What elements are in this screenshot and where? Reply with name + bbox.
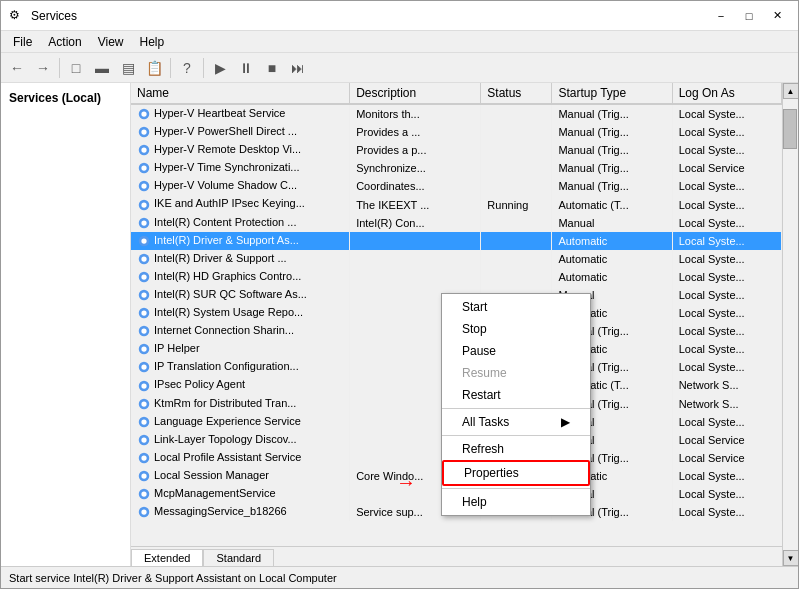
status-bar: Start service Intel(R) Driver & Support …: [1, 566, 798, 588]
cell-desc: [350, 268, 481, 286]
cell-status: [481, 105, 552, 123]
left-panel: Services (Local): [1, 83, 131, 566]
svg-point-1: [141, 111, 146, 116]
cell-logon: Local Syste...: [672, 467, 781, 485]
table-row[interactable]: Intel(R) HD Graphics Contro... Automatic…: [131, 268, 782, 286]
table-row[interactable]: Intel(R) Driver & Support ... Automatic …: [131, 250, 782, 268]
scrollbar[interactable]: ▲ ▼: [782, 83, 798, 566]
context-properties[interactable]: Properties: [442, 460, 590, 486]
header-startup[interactable]: Startup Type: [552, 83, 672, 104]
maximize-button[interactable]: □: [736, 5, 762, 27]
context-pause[interactable]: Pause: [442, 340, 590, 362]
table-row[interactable]: IKE and AuthIP IPsec Keying... The IKEEX…: [131, 195, 782, 213]
help-button[interactable]: ?: [175, 56, 199, 80]
window-controls: − □ ✕: [708, 5, 790, 27]
table-row[interactable]: Hyper-V Heartbeat Service Monitors th...…: [131, 105, 782, 123]
cell-name: Hyper-V Time Synchronizati...: [131, 159, 350, 177]
context-help[interactable]: Help: [442, 491, 590, 513]
table-row[interactable]: Intel(R) Driver & Support As... Automati…: [131, 232, 782, 250]
context-start[interactable]: Start: [442, 296, 590, 318]
menu-view[interactable]: View: [90, 33, 132, 51]
cell-name: Intel(R) Driver & Support As...: [131, 232, 350, 250]
svg-point-25: [141, 329, 146, 334]
table-row[interactable]: Hyper-V Volume Shadow C... Coordinates..…: [131, 177, 782, 195]
svg-point-9: [141, 184, 146, 189]
cell-desc: Provides a p...: [350, 141, 481, 159]
header-logon[interactable]: Log On As: [672, 83, 781, 104]
svg-point-43: [141, 491, 146, 496]
cell-logon: Local Syste...: [672, 503, 781, 521]
menu-action[interactable]: Action: [40, 33, 89, 51]
svg-point-13: [141, 220, 146, 225]
cell-name: Intel(R) Driver & Support ...: [131, 250, 350, 268]
play-button[interactable]: ▶: [208, 56, 232, 80]
svg-point-19: [141, 274, 146, 279]
cell-logon: Local Syste...: [672, 177, 781, 195]
cell-name: Intel(R) SUR QC Software As...: [131, 286, 350, 304]
menu-help[interactable]: Help: [132, 33, 173, 51]
cell-logon: Local Syste...: [672, 485, 781, 503]
context-menu: Start Stop Pause Resume Restart All Task…: [441, 293, 591, 516]
cell-desc: [350, 250, 481, 268]
cell-name: MessagingService_b18266: [131, 503, 350, 521]
cell-name: Local Session Manager: [131, 467, 350, 485]
scrollbar-thumb[interactable]: [783, 109, 797, 149]
toolbar-sep3: [203, 58, 204, 78]
table-row[interactable]: Intel(R) Content Protection ... Intel(R)…: [131, 214, 782, 232]
svg-point-15: [141, 238, 146, 243]
cell-name: Hyper-V Volume Shadow C...: [131, 177, 350, 195]
cell-logon: Local Syste...: [672, 304, 781, 322]
toolbar-btn-3[interactable]: ▤: [116, 56, 140, 80]
menu-bar: File Action View Help: [1, 31, 798, 53]
svg-point-7: [141, 166, 146, 171]
header-desc[interactable]: Description: [350, 83, 481, 104]
cell-startup: Manual (Trig...: [552, 159, 672, 177]
svg-point-35: [141, 419, 146, 424]
forward-button[interactable]: →: [31, 56, 55, 80]
back-button[interactable]: ←: [5, 56, 29, 80]
cell-startup: Automatic: [552, 232, 672, 250]
context-all-tasks[interactable]: All Tasks ▶: [442, 411, 590, 433]
scrollbar-track: [783, 99, 798, 550]
submenu-arrow: ▶: [561, 415, 570, 429]
cell-name: Intel(R) System Usage Repo...: [131, 304, 350, 322]
svg-point-5: [141, 148, 146, 153]
cell-name: Internet Connection Sharin...: [131, 322, 350, 340]
cell-desc: [350, 232, 481, 250]
cell-name: Local Profile Assistant Service: [131, 449, 350, 467]
header-name[interactable]: Name: [131, 83, 350, 104]
title-bar: ⚙ Services − □ ✕: [1, 1, 798, 31]
minimize-button[interactable]: −: [708, 5, 734, 27]
menu-file[interactable]: File: [5, 33, 40, 51]
cell-logon: Local Syste...: [672, 322, 781, 340]
svg-point-31: [141, 383, 146, 388]
restart-button[interactable]: ⏭: [286, 56, 310, 80]
tab-extended[interactable]: Extended: [131, 549, 203, 566]
pause-button[interactable]: ⏸: [234, 56, 258, 80]
table-row[interactable]: Hyper-V Remote Desktop Vi... Provides a …: [131, 141, 782, 159]
cell-logon: Local Syste...: [672, 268, 781, 286]
table-row[interactable]: Hyper-V Time Synchronizati... Synchroniz…: [131, 159, 782, 177]
cell-status: [481, 141, 552, 159]
cell-name: Language Experience Service: [131, 413, 350, 431]
cell-logon: Local Service: [672, 449, 781, 467]
cell-desc: Provides a ...: [350, 123, 481, 141]
scrollbar-up[interactable]: ▲: [783, 83, 799, 99]
context-stop[interactable]: Stop: [442, 318, 590, 340]
toolbar-btn-4[interactable]: 📋: [142, 56, 166, 80]
left-panel-title: Services (Local): [9, 91, 122, 105]
context-refresh[interactable]: Refresh: [442, 438, 590, 460]
svg-point-17: [141, 256, 146, 261]
cell-name: IP Translation Configuration...: [131, 358, 350, 376]
scrollbar-down[interactable]: ▼: [783, 550, 799, 566]
table-row[interactable]: Hyper-V PowerShell Direct ... Provides a…: [131, 123, 782, 141]
toolbar-btn-1[interactable]: □: [64, 56, 88, 80]
header-status[interactable]: Status: [481, 83, 552, 104]
toolbar-btn-2[interactable]: ▬: [90, 56, 114, 80]
cell-logon: Local Service: [672, 431, 781, 449]
context-restart[interactable]: Restart: [442, 384, 590, 406]
close-button[interactable]: ✕: [764, 5, 790, 27]
svg-point-41: [141, 473, 146, 478]
tab-standard[interactable]: Standard: [203, 549, 274, 566]
stop-button[interactable]: ■: [260, 56, 284, 80]
